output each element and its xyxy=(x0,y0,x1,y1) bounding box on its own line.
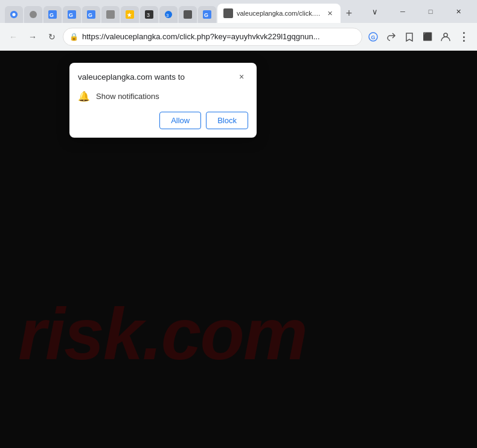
tab-inactive-4[interactable]: G xyxy=(63,6,81,23)
tab-active[interactable]: valeuceplangka.com/click.php?key=... ✕ xyxy=(217,4,341,23)
popup-buttons: Allow Block xyxy=(78,112,248,129)
popup-close-button[interactable]: × xyxy=(235,70,248,83)
tab-expand-button[interactable]: ∨ xyxy=(361,0,389,23)
svg-point-2 xyxy=(30,11,37,18)
svg-text:G: G xyxy=(69,12,73,18)
close-button[interactable]: ✕ xyxy=(444,0,472,23)
tab-title: valeuceplangka.com/click.php?key=... xyxy=(237,10,321,17)
svg-point-22 xyxy=(444,33,447,37)
tab-inactive-2[interactable] xyxy=(24,6,42,23)
address-bar-actions: G ⬛ ⋮ xyxy=(365,28,472,45)
svg-rect-19 xyxy=(223,8,233,18)
lock-icon: 🔒 xyxy=(69,33,78,41)
url-bar[interactable]: 🔒 https://valeuceplangka.com/click.php?k… xyxy=(63,28,362,46)
forward-button[interactable]: → xyxy=(24,28,41,45)
tab-inactive-8[interactable]: 3 xyxy=(140,6,158,23)
svg-rect-16 xyxy=(184,10,192,19)
notification-row: 🔔 Show notifications xyxy=(78,91,248,102)
url-text: https://valeuceplangka.com/click.php?key… xyxy=(82,32,356,41)
watermark: risk.com xyxy=(18,292,307,376)
address-bar: ← → ↻ 🔒 https://valeuceplangka.com/click… xyxy=(0,23,477,51)
bell-icon: 🔔 xyxy=(78,91,90,102)
svg-text:G: G xyxy=(204,12,208,18)
tab-inactive-9[interactable]: 3 xyxy=(159,6,178,23)
menu-button[interactable]: ⋮ xyxy=(455,28,472,45)
tab-bar: G G G ★ 3 3 G xyxy=(0,0,477,23)
google-search-button[interactable]: G xyxy=(365,28,382,45)
chrome-window: G G G ★ 3 3 G xyxy=(0,0,477,448)
svg-text:3: 3 xyxy=(166,13,169,18)
tab-inactive-3[interactable]: G xyxy=(43,6,62,23)
tab-inactive-5[interactable]: G xyxy=(82,6,100,23)
popup-title: valeuceplangka.com wants to xyxy=(78,72,185,82)
tabs-container: G G G ★ 3 3 G xyxy=(5,4,360,23)
svg-rect-9 xyxy=(106,10,115,19)
allow-button[interactable]: Allow xyxy=(159,112,201,129)
extensions-button[interactable]: ⬛ xyxy=(419,28,436,45)
notification-label: Show notifications xyxy=(96,92,159,101)
tab-inactive-11[interactable]: G xyxy=(198,6,216,23)
profile-button[interactable] xyxy=(437,28,454,45)
svg-text:★: ★ xyxy=(127,12,132,18)
svg-text:G: G xyxy=(88,12,92,18)
svg-text:3: 3 xyxy=(147,12,150,18)
page-content: t you are not a robot risk.com valeucepl… xyxy=(0,51,477,448)
window-controls: ∨ ─ □ ✕ xyxy=(361,0,472,23)
reload-button[interactable]: ↻ xyxy=(43,28,60,45)
svg-point-1 xyxy=(12,13,15,16)
tab-close-button[interactable]: ✕ xyxy=(325,8,335,18)
tab-favicon xyxy=(223,8,233,18)
block-button[interactable]: Block xyxy=(206,112,248,129)
back-button[interactable]: ← xyxy=(5,28,22,45)
new-tab-button[interactable]: + xyxy=(341,5,357,22)
notification-popup: valeuceplangka.com wants to × 🔔 Show not… xyxy=(69,63,257,138)
svg-text:G: G xyxy=(371,34,376,40)
bookmark-button[interactable] xyxy=(401,28,418,45)
tab-inactive-6[interactable] xyxy=(101,6,120,23)
tab-inactive-10[interactable] xyxy=(179,6,197,23)
tab-inactive-1[interactable] xyxy=(5,6,23,23)
popup-body: 🔔 Show notifications Allow Block xyxy=(69,87,257,138)
popup-header: valeuceplangka.com wants to × xyxy=(69,63,257,87)
minimize-button[interactable]: ─ xyxy=(389,0,417,23)
share-button[interactable] xyxy=(383,28,400,45)
tab-inactive-7[interactable]: ★ xyxy=(121,6,139,23)
svg-text:G: G xyxy=(50,12,54,18)
maximize-button[interactable]: □ xyxy=(417,0,444,23)
